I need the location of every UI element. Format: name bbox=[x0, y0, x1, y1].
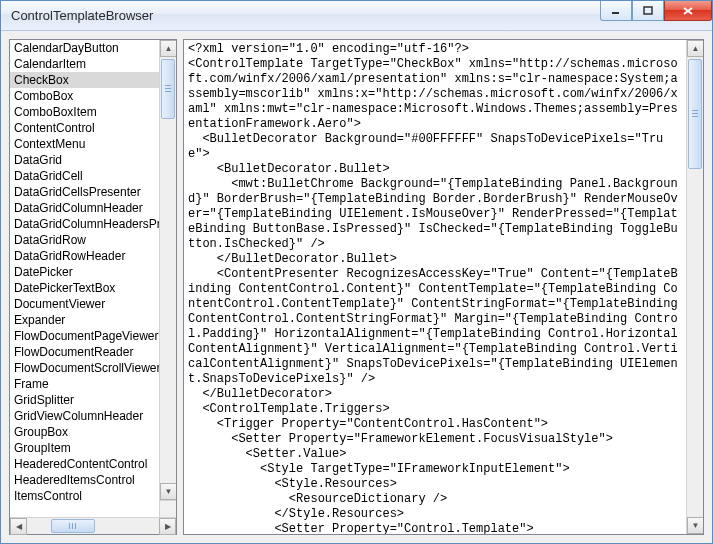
list-item[interactable]: DatePickerTextBox bbox=[10, 280, 176, 296]
minimize-icon bbox=[611, 6, 621, 16]
svg-rect-1 bbox=[644, 7, 652, 14]
list-item[interactable]: DataGridCellsPresenter bbox=[10, 184, 176, 200]
close-button[interactable] bbox=[664, 1, 712, 21]
app-window: ControlTemplateBrowser CalendarDayButton… bbox=[0, 0, 713, 544]
maximize-icon bbox=[643, 6, 653, 16]
window-buttons bbox=[600, 1, 712, 21]
list-item[interactable]: DataGridRow bbox=[10, 232, 176, 248]
list-vertical-scrollbar[interactable]: ▲ ▼ bbox=[159, 40, 176, 500]
list-item[interactable]: DataGridCell bbox=[10, 168, 176, 184]
control-list[interactable]: CalendarDayButtonCalendarItemCheckBoxCom… bbox=[10, 40, 176, 517]
maximize-button[interactable] bbox=[632, 1, 664, 21]
scroll-left-button[interactable]: ◀ bbox=[10, 518, 27, 535]
list-item[interactable]: HeaderedItemsControl bbox=[10, 472, 176, 488]
scroll-track[interactable] bbox=[687, 57, 703, 517]
control-list-pane: CalendarDayButtonCalendarItemCheckBoxCom… bbox=[9, 39, 177, 535]
scroll-track[interactable] bbox=[160, 57, 176, 483]
scroll-up-button[interactable]: ▲ bbox=[160, 40, 176, 57]
list-item[interactable]: GroupItem bbox=[10, 440, 176, 456]
client-area: CalendarDayButtonCalendarItemCheckBoxCom… bbox=[1, 31, 712, 543]
list-item[interactable]: FlowDocumentReader bbox=[10, 344, 176, 360]
scroll-right-button[interactable]: ▶ bbox=[159, 518, 176, 535]
scroll-thumb-h[interactable] bbox=[51, 519, 95, 533]
list-item[interactable]: Expander bbox=[10, 312, 176, 328]
list-item[interactable]: DocumentViewer bbox=[10, 296, 176, 312]
list-item[interactable]: CheckBox bbox=[10, 72, 176, 88]
scroll-down-button[interactable]: ▼ bbox=[687, 517, 704, 534]
list-item[interactable]: ComboBox bbox=[10, 88, 176, 104]
template-xml-text[interactable]: <?xml version="1.0" encoding="utf-16"?> … bbox=[184, 40, 686, 534]
window-title: ControlTemplateBrowser bbox=[11, 8, 153, 23]
list-item[interactable]: DatePicker bbox=[10, 264, 176, 280]
list-item[interactable]: GridSplitter bbox=[10, 392, 176, 408]
list-item[interactable]: DataGridRowHeader bbox=[10, 248, 176, 264]
list-item[interactable]: FlowDocumentPageViewer bbox=[10, 328, 176, 344]
list-item[interactable]: GroupBox bbox=[10, 424, 176, 440]
titlebar[interactable]: ControlTemplateBrowser bbox=[1, 1, 712, 31]
close-icon bbox=[682, 6, 694, 16]
list-item[interactable]: CalendarItem bbox=[10, 56, 176, 72]
list-item[interactable]: GridViewColumnHeader bbox=[10, 408, 176, 424]
list-item[interactable]: ContextMenu bbox=[10, 136, 176, 152]
scroll-track-h[interactable] bbox=[27, 518, 159, 534]
template-xml-pane: <?xml version="1.0" encoding="utf-16"?> … bbox=[183, 39, 704, 535]
scrollbar-corner bbox=[159, 500, 176, 517]
list-item[interactable]: HeaderedContentControl bbox=[10, 456, 176, 472]
scroll-down-button[interactable]: ▼ bbox=[160, 483, 176, 500]
list-item[interactable]: DataGridColumnHeader bbox=[10, 200, 176, 216]
list-item[interactable]: ContentControl bbox=[10, 120, 176, 136]
list-item[interactable]: CalendarDayButton bbox=[10, 40, 176, 56]
scroll-thumb[interactable] bbox=[688, 59, 702, 169]
list-horizontal-scrollbar[interactable]: ◀ ▶ bbox=[10, 517, 176, 534]
list-item[interactable]: ComboBoxItem bbox=[10, 104, 176, 120]
content-vertical-scrollbar[interactable]: ▲ ▼ bbox=[686, 40, 703, 534]
list-item[interactable]: DataGrid bbox=[10, 152, 176, 168]
scroll-thumb[interactable] bbox=[161, 59, 175, 119]
list-item[interactable]: ItemsControl bbox=[10, 488, 176, 504]
list-item[interactable]: Frame bbox=[10, 376, 176, 392]
list-item[interactable]: DataGridColumnHeadersPresenter bbox=[10, 216, 176, 232]
scroll-up-button[interactable]: ▲ bbox=[687, 40, 704, 57]
list-item[interactable]: FlowDocumentScrollViewer bbox=[10, 360, 176, 376]
minimize-button[interactable] bbox=[600, 1, 632, 21]
